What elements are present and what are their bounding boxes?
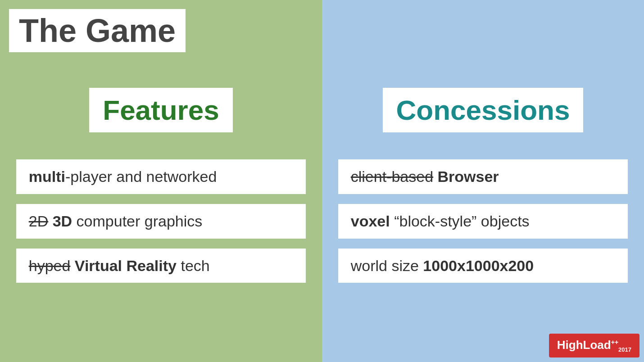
feature-item-1: multi-player and networked (16, 159, 306, 194)
feature-2-bold: 3D (53, 213, 72, 230)
concession-3-text: world size (351, 257, 423, 274)
features-list: multi-player and networked 2D 3D compute… (16, 159, 306, 283)
concession-item-2: voxel “block-style” objects (338, 204, 628, 239)
feature-2-strikethrough: 2D (29, 213, 48, 230)
logo-text: HighLoad (557, 338, 611, 352)
concession-1-bold: Browser (438, 168, 499, 185)
concession-2-bold: voxel (351, 213, 390, 230)
concession-2-text: “block-style” objects (390, 213, 530, 230)
left-panel: The Game Features multi-player and netwo… (0, 0, 322, 362)
concessions-heading-box: Concessions (383, 88, 584, 132)
feature-1-text: -player and networked (65, 168, 217, 185)
title-box: The Game (9, 9, 186, 52)
concessions-list: client-based Browser voxel “block-style”… (338, 159, 628, 283)
concession-3-bold: 1000x1000x200 (423, 257, 534, 274)
feature-item-2: 2D 3D computer graphics (16, 204, 306, 239)
right-panel: Concessions client-based Browser voxel “… (322, 0, 644, 362)
feature-3-bold: Virtual Reality (75, 257, 177, 274)
concession-item-3: world size 1000x1000x200 (338, 249, 628, 283)
concessions-heading: Concessions (396, 95, 570, 126)
logo-superscript: ++ (611, 339, 618, 346)
feature-2-text: computer graphics (72, 213, 202, 230)
feature-3-strikethrough: hyped (29, 257, 71, 274)
feature-1-bold: multi (29, 168, 65, 185)
features-heading-box: Features (89, 88, 232, 132)
feature-item-3: hyped Virtual Reality tech (16, 249, 306, 283)
concession-item-1: client-based Browser (338, 159, 628, 194)
features-heading: Features (103, 95, 219, 126)
page-title: The Game (19, 13, 176, 49)
logo-sub: 2017 (618, 346, 631, 353)
logo-badge: HighLoad++2017 (549, 334, 639, 357)
concession-1-text (433, 168, 437, 185)
feature-3-text: tech (177, 257, 210, 274)
concession-1-strikethrough: client-based (351, 168, 433, 185)
